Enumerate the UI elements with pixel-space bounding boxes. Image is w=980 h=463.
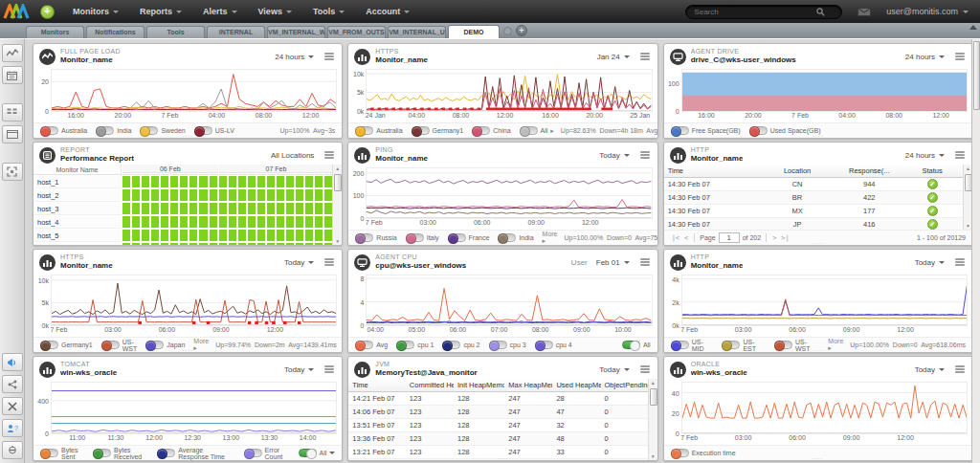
time-range-dropdown[interactable]: Today	[599, 365, 629, 374]
menu-views[interactable]: Views	[248, 0, 302, 23]
widget-menu-icon[interactable]	[638, 149, 652, 161]
column-header-objectpendingfinali[interactable]: ObjectPendingFinali...	[601, 381, 649, 389]
report-status-cell[interactable]	[229, 230, 237, 241]
report-status-cell[interactable]	[248, 243, 256, 245]
tools-icon[interactable]	[2, 397, 23, 415]
widget-scrollbar[interactable]: ▲▼	[648, 379, 657, 460]
report-status-cell[interactable]	[267, 203, 276, 214]
report-status-cell[interactable]	[257, 216, 266, 228]
report-status-cell[interactable]	[305, 176, 314, 187]
tab-vm-from-outs[interactable]: VM_FROM_OUTS	[327, 26, 386, 38]
scroll-down-icon[interactable]: ▼	[649, 452, 657, 460]
report-status-cell[interactable]	[189, 216, 198, 228]
time-range-dropdown[interactable]: Feb 01	[596, 258, 630, 267]
report-monitor-name[interactable]: host_4	[33, 216, 122, 229]
report-status-cell[interactable]	[238, 243, 247, 245]
collapse-panel-icon[interactable]	[969, 25, 977, 30]
report-status-cell[interactable]	[170, 203, 179, 214]
report-status-cell[interactable]	[142, 216, 150, 228]
tab-options-icon[interactable]	[503, 27, 512, 35]
user-help-icon[interactable]: ?	[2, 419, 23, 437]
report-status-cell[interactable]	[170, 189, 179, 201]
report-status-cell[interactable]	[257, 243, 266, 245]
time-range-dropdown[interactable]: All Locations	[271, 151, 314, 160]
report-status-cell[interactable]	[277, 243, 285, 245]
widget-menu-icon[interactable]	[953, 364, 967, 375]
search-icon[interactable]	[816, 8, 825, 16]
report-status-cell[interactable]	[315, 176, 323, 187]
legend-toggle-germany1[interactable]: Germany1	[412, 126, 464, 135]
report-status-cell[interactable]	[248, 216, 256, 228]
report-status-cell[interactable]	[219, 176, 228, 187]
report-status-cell[interactable]	[248, 230, 256, 241]
report-status-cell[interactable]	[315, 230, 323, 241]
report-status-cell[interactable]	[315, 203, 323, 214]
legend-toggle-used-space-gb[interactable]: Used Space(GB)	[749, 126, 821, 135]
report-status-cell[interactable]	[277, 216, 285, 228]
widget-drag-handle[interactable]: ::::	[813, 242, 824, 246]
widget-menu-icon[interactable]	[638, 364, 652, 375]
widget-drag-handle[interactable]: ::::	[182, 135, 193, 139]
report-status-cell[interactable]	[161, 243, 169, 245]
tab-vm-internal-w[interactable]: VM_INTERNAL_W	[267, 26, 325, 38]
legend-toggle-japan[interactable]: Japan	[145, 341, 185, 349]
widget-menu-icon[interactable]	[953, 149, 967, 161]
report-status-cell[interactable]	[296, 176, 304, 187]
report-status-cell[interactable]	[161, 176, 169, 187]
report-status-cell[interactable]	[151, 216, 160, 228]
header-extra-label[interactable]: User	[571, 258, 588, 267]
calendar-icon[interactable]	[2, 66, 23, 84]
envelope-icon[interactable]	[858, 8, 871, 16]
legend-toggle-cpu-1[interactable]: cpu 1	[396, 341, 434, 349]
legend-toggle-australia[interactable]: Australia	[355, 126, 402, 135]
report-status-cell[interactable]	[267, 230, 276, 241]
column-header-max-heapmemo[interactable]: Max HeapMemo...	[504, 381, 552, 389]
report-status-cell[interactable]	[267, 189, 276, 201]
report-status-cell[interactable]	[267, 243, 276, 245]
time-range-dropdown[interactable]: 24 hours	[905, 53, 945, 61]
legend-toggle-russia[interactable]: Russia	[355, 233, 396, 242]
report-status-cell[interactable]	[238, 216, 247, 228]
report-status-cell[interactable]	[229, 189, 237, 201]
add-monitor-button[interactable]: +	[40, 5, 55, 19]
column-header-location[interactable]: Location	[757, 166, 838, 175]
report-status-cell[interactable]	[210, 203, 218, 214]
report-status-cell[interactable]	[170, 243, 179, 245]
tab-notifications[interactable]: Notifications	[86, 26, 145, 38]
report-status-cell[interactable]	[132, 176, 141, 187]
column-header-committed-hea[interactable]: Committed Hea...	[406, 381, 454, 389]
report-status-cell[interactable]	[248, 176, 256, 187]
report-status-cell[interactable]	[180, 176, 189, 187]
column-header-time[interactable]: Time	[664, 166, 757, 175]
widget-drag-handle[interactable]: ::::	[182, 457, 193, 461]
report-status-cell[interactable]	[267, 176, 276, 187]
report-status-cell[interactable]	[142, 189, 150, 201]
legend-toggle-free-space-gb[interactable]: Free Space(GB)	[671, 126, 741, 135]
widget-drag-handle[interactable]: ::::	[813, 135, 824, 139]
report-status-cell[interactable]	[238, 189, 247, 201]
report-status-cell[interactable]	[132, 216, 141, 228]
menu-account[interactable]: Account	[355, 0, 420, 23]
report-status-cell[interactable]	[180, 216, 189, 228]
widget-menu-icon[interactable]	[638, 51, 652, 62]
report-status-cell[interactable]	[199, 230, 208, 241]
legend-toggle-us-mid[interactable]: US-MID	[671, 339, 714, 352]
report-status-cell[interactable]	[286, 176, 295, 187]
report-status-cell[interactable]	[229, 243, 237, 245]
legend-toggle-bytes-received[interactable]: Bytes Received	[93, 447, 148, 460]
report-status-cell[interactable]	[229, 176, 237, 187]
legend-toggle-cpu-2[interactable]: cpu 2	[442, 341, 479, 349]
legend-toggle-germany1[interactable]: Germany1	[40, 341, 93, 349]
report-status-cell[interactable]	[170, 176, 179, 187]
more-link[interactable]: More ▸	[828, 338, 843, 352]
tab-demo[interactable]: DEMO	[448, 25, 500, 38]
legend-toggle-average-response-time[interactable]: Average Response Time	[157, 447, 234, 460]
time-range-dropdown[interactable]: 24 hours	[275, 53, 314, 61]
table-row[interactable]: 14:21 Feb 07123128247280	[348, 392, 648, 406]
report-status-cell[interactable]	[219, 203, 228, 214]
user-menu[interactable]: user@monitis.com	[886, 7, 969, 16]
column-header-response[interactable]: Response(...	[837, 166, 901, 175]
table-row[interactable]: 13:51 Feb 07123128247320	[348, 419, 648, 432]
scroll-up-icon[interactable]: ▲	[649, 379, 657, 386]
report-status-cell[interactable]	[132, 189, 141, 201]
